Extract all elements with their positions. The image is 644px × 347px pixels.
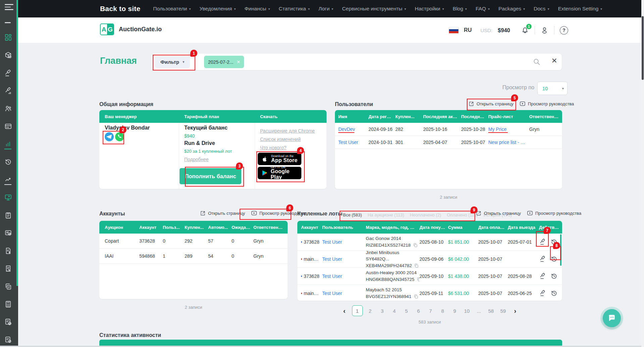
- users-open-page-button[interactable]: Открыть страницу: [468, 101, 513, 107]
- nav-finances[interactable]: Финансы▾: [244, 6, 270, 12]
- search-icon[interactable]: [533, 58, 541, 66]
- topup-balance-button[interactable]: Пополнить баланс: [180, 168, 241, 184]
- pagination-page[interactable]: 10: [462, 306, 472, 316]
- nav-service-tools[interactable]: Сервисные инструменты▾: [342, 6, 406, 12]
- user-name-link[interactable]: DevDev: [338, 127, 368, 132]
- auction-lots-icon[interactable]: [4, 87, 12, 95]
- clear-filters-icon[interactable]: ✕: [551, 57, 557, 65]
- brand-logo[interactable]: AG AuctionGate.io: [100, 23, 162, 35]
- copy-icon[interactable]: [416, 277, 419, 282]
- table-scrollbar[interactable]: [560, 234, 561, 266]
- nav-docs[interactable]: Docs▾: [534, 6, 549, 12]
- chrome-extension-link[interactable]: Расширение для Chrome: [260, 128, 315, 134]
- lot-user-link[interactable]: Test User: [322, 274, 366, 279]
- price-list-link[interactable]: My Price: [488, 127, 529, 132]
- back-to-site-link[interactable]: Back to site: [100, 5, 140, 13]
- nav-logs[interactable]: Логи▾: [318, 6, 333, 12]
- price-list-link[interactable]: New price list - 202...: [488, 140, 529, 145]
- history-icon[interactable]: [4, 158, 12, 166]
- lot-history-icon[interactable]: [550, 238, 558, 246]
- pagination-page[interactable]: 58: [487, 306, 496, 316]
- document-dollar-icon[interactable]: [4, 247, 12, 255]
- remove-tag-icon[interactable]: ×: [237, 59, 240, 65]
- report-globe-icon[interactable]: [4, 318, 12, 326]
- app-store-badge[interactable]: Download on theApp Store: [258, 153, 301, 165]
- pagination-page[interactable]: 1: [352, 305, 363, 316]
- whats-new-link[interactable]: Что нового?: [260, 145, 286, 150]
- changelog-link[interactable]: Список изменений: [260, 137, 301, 142]
- bid-gavel-icon[interactable]: [539, 272, 546, 280]
- nav-notifications[interactable]: Уведомления▾: [199, 6, 236, 12]
- per-page-select[interactable]: 10 ▾: [537, 82, 567, 95]
- pagination-page[interactable]: 2: [366, 306, 375, 316]
- tab-paid[interactable]: Оплачено (111): [447, 212, 478, 217]
- pagination-page[interactable]: 4: [390, 306, 399, 316]
- calculator-icon[interactable]: [4, 300, 12, 308]
- notifications-bell-icon[interactable]: 1: [521, 26, 529, 35]
- lot-history-icon[interactable]: [550, 290, 558, 297]
- nav-blog[interactable]: Blog▾: [453, 6, 467, 12]
- whatsapp-icon[interactable]: [115, 132, 124, 141]
- lot-user-link[interactable]: Test User: [322, 256, 366, 262]
- lot-user-link[interactable]: Test User: [322, 239, 366, 245]
- pagination-page[interactable]: 8: [438, 306, 447, 316]
- pagination-page[interactable]: 9: [450, 306, 459, 316]
- nav-faq[interactable]: FAQ▾: [476, 6, 490, 12]
- profile-icon[interactable]: [540, 26, 549, 35]
- tab-unpaid[interactable]: Неоплачено (2): [410, 212, 441, 217]
- nav-extension-setting[interactable]: Extension Setting▾: [558, 6, 602, 12]
- receipt-dollar-icon[interactable]: [4, 265, 12, 272]
- lots-view-guide-button[interactable]: Просмотр руководства: [527, 210, 581, 216]
- copy-icon[interactable]: [414, 263, 419, 268]
- users-icon[interactable]: [4, 105, 12, 112]
- nav-packages[interactable]: Packages▾: [498, 6, 525, 12]
- lot-user-link[interactable]: Test User: [322, 291, 366, 296]
- pagination-page[interactable]: 6: [414, 306, 423, 316]
- copy-icon[interactable]: [413, 294, 418, 299]
- nav-settings[interactable]: Настройки▾: [415, 6, 444, 12]
- bid-gavel-icon[interactable]: [539, 238, 546, 246]
- sidebar-toggle-icon[interactable]: [5, 4, 13, 12]
- gavel-icon[interactable]: [4, 69, 12, 77]
- pagination-page[interactable]: 3: [378, 306, 387, 316]
- payments-card-icon[interactable]: [4, 122, 12, 130]
- pagination-next-icon[interactable]: ›: [511, 306, 520, 316]
- statistics-bars-icon[interactable]: [4, 140, 12, 148]
- lot-history-icon[interactable]: [550, 272, 558, 280]
- accounts-open-page-button[interactable]: Открыть страницу: [200, 210, 245, 216]
- russia-flag-icon[interactable]: [449, 27, 458, 34]
- users-view-guide-button[interactable]: Просмотр руководства: [519, 101, 574, 107]
- trends-icon[interactable]: [4, 176, 12, 184]
- tab-all[interactable]: Все (583): [343, 212, 362, 217]
- details-link[interactable]: Подробнее: [184, 157, 209, 162]
- tab-on-auction[interactable]: На аукционе (113): [367, 212, 404, 217]
- google-play-badge[interactable]: GET IT ONGoogle Play: [258, 167, 301, 179]
- pagination-page[interactable]: 5: [402, 306, 411, 316]
- copy-documents-icon[interactable]: [4, 283, 12, 290]
- filter-dropdown-button[interactable]: Фильтр ▾: [155, 56, 190, 68]
- chat-widget-button[interactable]: [603, 309, 621, 327]
- telegram-icon[interactable]: [105, 132, 114, 141]
- nav-users[interactable]: Пользователи▾: [153, 6, 191, 12]
- pagination-page[interactable]: 59: [499, 306, 508, 316]
- clipboard-icon[interactable]: [4, 211, 12, 219]
- bid-gavel-icon[interactable]: [539, 290, 546, 297]
- nav-statistics[interactable]: Статистика▾: [279, 6, 310, 12]
- lot-history-icon[interactable]: [550, 255, 558, 263]
- pagination-prev-icon[interactable]: ‹: [340, 306, 349, 316]
- bid-gavel-icon[interactable]: [539, 255, 546, 263]
- help-icon[interactable]: ?: [560, 26, 568, 35]
- report-blocked-icon[interactable]: [4, 336, 12, 344]
- scrollbar-thumb[interactable]: [642, 16, 644, 80]
- page-scrollbar[interactable]: [641, 0, 644, 347]
- pagination-page[interactable]: 7: [426, 306, 435, 316]
- online-auction-icon[interactable]: [4, 194, 12, 201]
- copy-icon[interactable]: [413, 243, 418, 248]
- user-name-link[interactable]: Test User: [338, 140, 368, 145]
- dashboard-icon[interactable]: [4, 34, 12, 41]
- horizontal-scrollbar[interactable]: [0, 346, 644, 347]
- language-selector[interactable]: RU: [464, 27, 472, 33]
- invoice-check-icon[interactable]: [4, 229, 12, 237]
- lots-open-page-button[interactable]: Открыть страницу: [476, 210, 521, 216]
- package-icon[interactable]: [4, 51, 12, 59]
